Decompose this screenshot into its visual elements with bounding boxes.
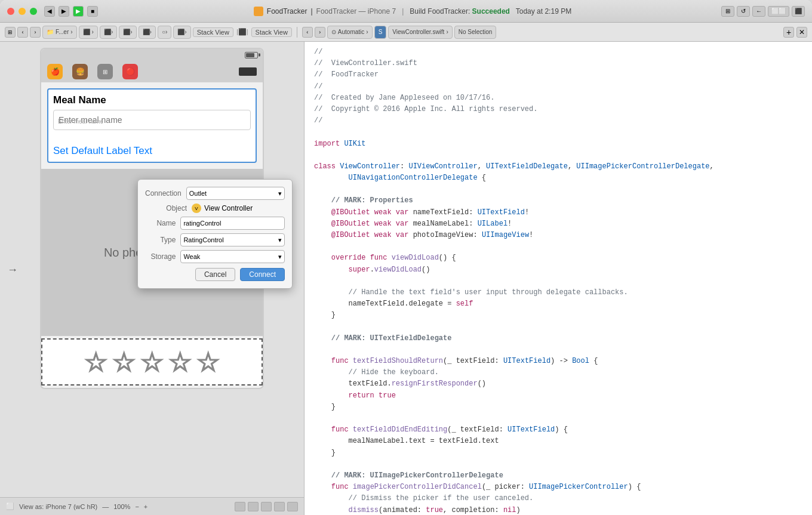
object-icon: V (192, 203, 201, 213)
breadcrumb-item-5[interactable]: ⬛› (139, 26, 156, 39)
bottom-btn-2[interactable] (248, 502, 259, 511)
code-editor[interactable]: // // ViewController.swift // FoodTracke… (304, 42, 812, 515)
swift-icon-btn[interactable]: S (374, 26, 387, 39)
code-line: // (314, 115, 802, 127)
bottom-btn-1[interactable] (235, 502, 245, 511)
name-input[interactable] (180, 217, 285, 230)
filename-btn[interactable]: ViewController.swift › (388, 26, 452, 39)
simulator-container: → 🍎 🍔 ⊞ 🔴 (0, 42, 304, 497)
storage-dropdown[interactable]: Weak ▾ (180, 250, 285, 263)
star-2[interactable]: ☆ (112, 347, 136, 377)
view-btn-4[interactable]: ⬜⬜ (768, 6, 789, 17)
breadcrumb-folder[interactable]: 📁 F...er › (42, 26, 77, 39)
nav-forward-btn[interactable]: › (30, 27, 41, 38)
minimize-button[interactable] (19, 8, 26, 15)
right-nav-forward-btn[interactable]: › (315, 27, 325, 38)
meal-name-label: Meal Name (53, 94, 251, 106)
code-line: mealNameLabel.text = textField.text (314, 436, 802, 447)
star-rating-area[interactable]: ☆ ☆ ☆ ☆ ☆ (41, 338, 263, 386)
code-line: // ViewController.swift (314, 58, 802, 69)
code-line (314, 344, 802, 356)
build-info: Build FoodTracker: Succeeded Today at 2:… (410, 7, 571, 16)
run-button[interactable]: ▶ (73, 6, 84, 17)
code-line (314, 241, 802, 252)
left-panel: → 🍎 🍔 ⊞ 🔴 (0, 42, 304, 515)
divider1: |⬛| (236, 28, 248, 36)
code-line: // FoodTracker (314, 69, 802, 81)
breadcrumb-item-3[interactable]: ⬛› (100, 26, 117, 39)
code-line: func textFieldDidEndEditing(_ textField:… (314, 424, 802, 436)
view-btn-1[interactable]: ⊞ (721, 6, 734, 17)
stack-label-2[interactable]: Stack View (251, 27, 292, 37)
view-btn-2[interactable]: ↺ (737, 6, 750, 17)
app-icons-bar: 🍎 🍔 ⊞ 🔴 (41, 61, 263, 82)
forward-button[interactable]: ▶ (59, 6, 69, 17)
type-dropdown[interactable]: RatingControl ▾ (180, 233, 285, 246)
stack-label-1[interactable]: Stack View (193, 27, 233, 37)
code-line: // (314, 47, 802, 58)
code-line: // (314, 81, 802, 92)
code-line: } (314, 402, 802, 413)
bottom-btn-4[interactable] (274, 502, 285, 511)
app-icon-4[interactable]: 🔴 (122, 64, 138, 79)
object-field-label: Object (145, 204, 187, 212)
add-btn[interactable]: + (783, 27, 794, 38)
titlebar-center: FoodTracker | FoodTracker — iPhone 7 | B… (104, 7, 721, 16)
connect-button[interactable]: Connect (240, 268, 285, 281)
star-4[interactable]: ☆ (168, 347, 192, 377)
cancel-button[interactable]: Cancel (195, 268, 235, 281)
code-line: // Created by Jane Appleseed on 10/17/16… (314, 92, 802, 104)
separator2: | (402, 7, 404, 16)
type-field-label: Type (145, 236, 176, 244)
maximize-button[interactable] (30, 8, 37, 15)
popup-name-row: Name (145, 217, 285, 230)
code-line: import UIKit (314, 138, 802, 150)
code-line: super.viewDidLoad() (314, 264, 802, 276)
star-5[interactable]: ☆ (196, 347, 220, 377)
close-button[interactable] (7, 8, 14, 15)
view-as-text: View as: iPhone 7 (wC hR) (19, 503, 97, 510)
breadcrumb-item-4[interactable]: ⬛› (119, 26, 136, 39)
nav-back-btn[interactable]: ‹ (17, 27, 28, 38)
type-value: RatingControl (183, 236, 223, 243)
breadcrumb-item-2[interactable]: ⬛› (79, 26, 98, 39)
app-icon-1[interactable]: 🍎 (47, 64, 63, 79)
breadcrumb-item-6[interactable]: ○› (158, 26, 171, 39)
view-btn-5[interactable]: ⬛ (792, 6, 805, 17)
bottom-btn-3[interactable] (261, 502, 272, 511)
code-line: UINavigationControllerDelegate { (314, 172, 802, 184)
zoom-minus-btn[interactable]: − (135, 503, 139, 510)
code-line: // Hide the keyboard. (314, 367, 802, 378)
code-line (314, 322, 802, 333)
automatic-btn[interactable]: ⊙ Automatic › (327, 26, 373, 39)
close-editor-btn[interactable]: ✕ (796, 27, 807, 38)
view-btn-3[interactable]: ← (752, 6, 765, 17)
code-line: // MARK: Properties (314, 195, 802, 206)
folder-icon: 📁 (47, 29, 54, 35)
battery-fill (246, 53, 254, 57)
right-nav-back-btn[interactable]: ‹ (302, 27, 313, 38)
zoom-plus-btn[interactable]: + (144, 503, 147, 510)
connection-value: Outlet (189, 190, 207, 197)
selection-btn[interactable]: No Selection (454, 26, 497, 39)
grid-toggle-btn[interactable]: ⊞ (5, 27, 16, 38)
set-default-label[interactable]: Set Default Label Text (53, 145, 251, 157)
stop-button[interactable]: ■ (87, 6, 98, 17)
bottom-btn-5[interactable] (287, 502, 298, 511)
toolbar-divider (297, 27, 297, 38)
back-button[interactable]: ◀ (44, 6, 55, 17)
type-dropdown-arrow-icon: ▾ (278, 236, 282, 244)
view-as-icon: ⬜ (6, 502, 14, 510)
app-icon-2[interactable]: 🍔 (72, 64, 88, 79)
app-icon-3[interactable]: ⊞ (97, 64, 113, 79)
code-line: } (314, 310, 802, 321)
breadcrumb-item-7[interactable]: ⬛› (173, 26, 190, 39)
star-1[interactable]: ☆ (84, 347, 107, 377)
code-line: class ViewController: UIViewController, … (314, 161, 802, 172)
code-line (314, 150, 802, 161)
star-3[interactable]: ☆ (140, 347, 164, 377)
right-panel: // // ViewController.swift // FoodTracke… (304, 42, 812, 515)
storage-value: Weak (183, 253, 200, 260)
connection-dropdown[interactable]: Outlet ▾ (186, 187, 285, 200)
code-line: @IBOutlet weak var nameTextField: UIText… (314, 207, 802, 218)
